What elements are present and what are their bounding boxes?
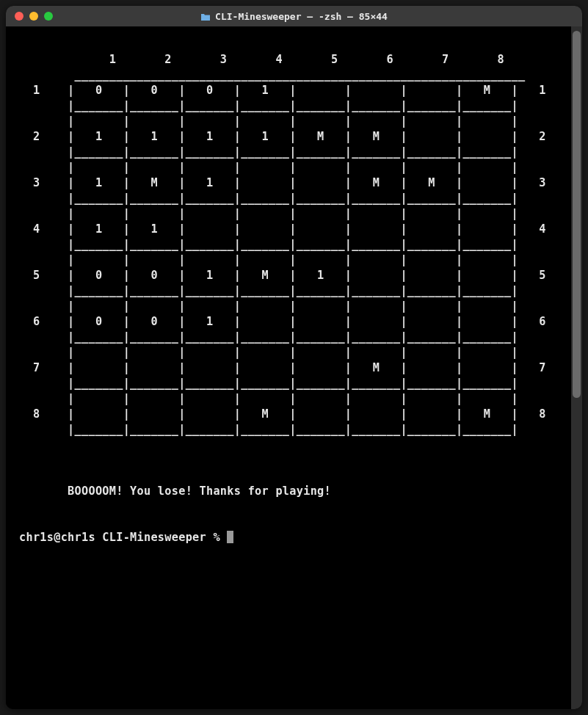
window-title-text: CLI-Minesweeper — -zsh — 85×44 xyxy=(215,11,388,22)
scrollbar-thumb[interactable] xyxy=(573,31,581,398)
scrollbar-track[interactable] xyxy=(571,26,582,709)
window-titlebar[interactable]: CLI-Minesweeper — -zsh — 85×44 xyxy=(6,6,582,26)
terminal-window: CLI-Minesweeper — -zsh — 85×44 1 2 3 4 5… xyxy=(6,6,582,709)
cursor xyxy=(227,531,233,543)
terminal-output: 1 2 3 4 5 6 7 8 ________________________… xyxy=(19,37,576,545)
minimize-button[interactable] xyxy=(29,12,38,21)
close-button[interactable] xyxy=(15,12,23,21)
traffic-lights xyxy=(15,12,53,21)
maximize-button[interactable] xyxy=(44,12,53,21)
window-title: CLI-Minesweeper — -zsh — 85×44 xyxy=(6,11,582,22)
folder-icon xyxy=(200,12,211,21)
terminal-body[interactable]: 1 2 3 4 5 6 7 8 ________________________… xyxy=(6,26,582,709)
